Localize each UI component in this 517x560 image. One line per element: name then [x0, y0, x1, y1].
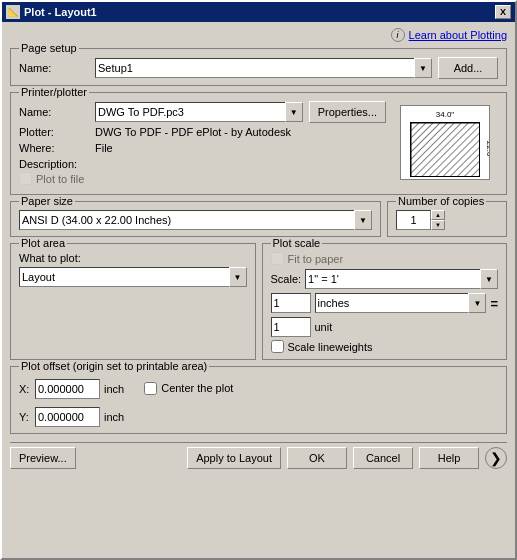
center-row: Center the plot	[144, 377, 233, 399]
paper-size-select[interactable]: ANSI D (34.00 x 22.00 Inches)	[19, 210, 372, 230]
page-setup-row: Name: Setup1 ▼ Add...	[19, 57, 498, 79]
scale-lw-row: Scale lineweights	[271, 340, 499, 353]
copies-row: ▲ ▼	[396, 210, 498, 230]
preview-container: 34.0"	[400, 105, 490, 180]
description-label: Description:	[19, 158, 89, 170]
spinner-down[interactable]: ▼	[431, 220, 445, 230]
printer-info: Name: DWG To PDF.pc3 ▼ Properties... Plo…	[19, 97, 386, 188]
setup-name-wrapper: Setup1 ▼	[95, 58, 432, 78]
copies-label: Number of copies	[396, 195, 486, 207]
y-offset-row: Y: inch	[19, 403, 498, 427]
preview-inner	[410, 122, 480, 177]
fit-label: Fit to paper	[288, 253, 344, 265]
page-setup-label: Page setup	[19, 42, 79, 54]
what-select[interactable]: Layout	[19, 267, 247, 287]
main-window: 📐 Plot - Layout1 X i Learn about Plottin…	[0, 0, 517, 560]
scale-num2[interactable]	[271, 317, 311, 337]
name-label: Name:	[19, 62, 89, 74]
where-value: File	[95, 142, 113, 154]
plot-area-group: Plot area What to plot: Layout ▼	[10, 243, 256, 360]
preview-dim-h: 34.0"	[436, 110, 454, 119]
titlebar-left: 📐 Plot - Layout1	[6, 5, 97, 19]
paper-copies-row: Paper size ANSI D (34.00 x 22.00 Inches)…	[10, 201, 507, 237]
svg-rect-1	[411, 123, 480, 177]
help-button[interactable]: Help	[419, 447, 479, 469]
printer-label: Printer/plotter	[19, 86, 89, 98]
what-select-row: Layout ▼	[19, 267, 247, 287]
y-input[interactable]	[35, 407, 100, 427]
printer-name-wrapper: DWG To PDF.pc3 ▼	[95, 102, 303, 122]
close-button[interactable]: X	[495, 5, 511, 19]
ok-button[interactable]: OK	[287, 447, 347, 469]
printer-name-row: Name: DWG To PDF.pc3 ▼ Properties...	[19, 101, 386, 123]
x-unit: inch	[104, 383, 124, 395]
center-label: Center the plot	[161, 382, 233, 394]
plot-area-label: Plot area	[19, 237, 67, 249]
center-checkbox[interactable]	[144, 382, 157, 395]
plotter-row: Plotter: DWG To PDF - PDF ePlot - by Aut…	[19, 126, 386, 138]
y-unit: inch	[104, 411, 124, 423]
description-row: Description:	[19, 158, 386, 170]
what-to-plot-row: What to plot:	[19, 252, 247, 264]
preview-dim-v: 22.0"	[484, 140, 490, 158]
mid-section: Plot area What to plot: Layout ▼ Plot sc…	[10, 243, 507, 360]
scale-num2-row: unit	[271, 317, 499, 337]
plot-to-file-checkbox[interactable]	[19, 172, 32, 185]
plot-to-file-row: Plot to file	[19, 172, 386, 185]
paper-size-label: Paper size	[19, 195, 75, 207]
plot-offset-label: Plot offset (origin set to printable are…	[19, 360, 209, 372]
unit2-label: unit	[315, 321, 333, 333]
setup-name-select[interactable]: Setup1	[95, 58, 432, 78]
apply-button[interactable]: Apply to Layout	[187, 447, 281, 469]
learn-link[interactable]: Learn about Plotting	[409, 29, 507, 41]
cancel-button[interactable]: Cancel	[353, 447, 413, 469]
copies-spinner: ▲ ▼	[396, 210, 446, 230]
plot-offset-group: Plot offset (origin set to printable are…	[10, 366, 507, 434]
scale-select[interactable]: 1" = 1'	[305, 269, 498, 289]
x-row: X: inch	[19, 379, 124, 399]
scale-lw-label: Scale lineweights	[288, 341, 373, 353]
page-setup-group: Page setup Name: Setup1 ▼ Add...	[10, 48, 507, 86]
spinner-buttons: ▲ ▼	[431, 210, 445, 230]
footer-row: Preview... Apply to Layout OK Cancel Hel…	[10, 442, 507, 469]
unit-select[interactable]: inches	[315, 293, 487, 313]
plotter-label: Plotter:	[19, 126, 89, 138]
equals-sign: =	[490, 296, 498, 311]
copies-input[interactable]	[396, 210, 431, 230]
fit-checkbox[interactable]	[271, 252, 284, 265]
scale-lw-checkbox[interactable]	[271, 340, 284, 353]
arrow-button[interactable]: ❯	[485, 447, 507, 469]
hatch-svg	[411, 123, 480, 177]
where-label: Where:	[19, 142, 89, 154]
scale-num1[interactable]	[271, 293, 311, 313]
scale-num-row: inches ▼ =	[271, 293, 499, 313]
what-wrapper: Layout ▼	[19, 267, 247, 287]
printer-name-select[interactable]: DWG To PDF.pc3	[95, 102, 303, 122]
copies-group: Number of copies ▲ ▼	[387, 201, 507, 237]
paper-size-select-row: ANSI D (34.00 x 22.00 Inches) ▼	[19, 210, 372, 230]
plot-scale-group: Plot scale Fit to paper Scale: 1" = 1' ▼	[262, 243, 508, 360]
info-icon: i	[391, 28, 405, 42]
spinner-up[interactable]: ▲	[431, 210, 445, 220]
x-label: X:	[19, 383, 31, 395]
scale-row: Scale: 1" = 1' ▼	[271, 269, 499, 289]
preview-box: 34.0"	[400, 105, 490, 180]
scale-wrapper: 1" = 1' ▼	[305, 269, 498, 289]
titlebar-title: Plot - Layout1	[24, 6, 97, 18]
fit-to-paper-row: Fit to paper	[271, 252, 499, 265]
info-row: i Learn about Plotting	[10, 28, 507, 42]
x-input[interactable]	[35, 379, 100, 399]
unit-wrapper: inches ▼	[315, 293, 487, 313]
printer-group: Printer/plotter Name: DWG To PDF.pc3 ▼ P…	[10, 92, 507, 195]
titlebar: 📐 Plot - Layout1 X	[2, 2, 515, 22]
add-button[interactable]: Add...	[438, 57, 498, 79]
printer-name-label: Name:	[19, 106, 89, 118]
what-label: What to plot:	[19, 252, 81, 264]
plot-scale-label: Plot scale	[271, 237, 323, 249]
y-row: Y: inch	[19, 407, 124, 427]
properties-button[interactable]: Properties...	[309, 101, 386, 123]
plotter-value: DWG To PDF - PDF ePlot - by Autodesk	[95, 126, 291, 138]
preview-button[interactable]: Preview...	[10, 447, 76, 469]
titlebar-icon: 📐	[6, 5, 20, 19]
footer-buttons: Apply to Layout OK Cancel Help ❯	[187, 447, 507, 469]
